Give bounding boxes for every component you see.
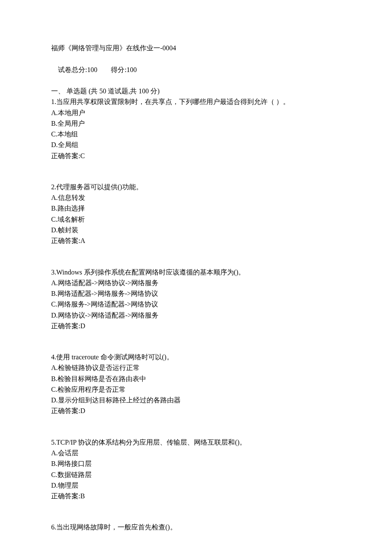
question-stem: 1.当应用共享权限设置限制时，在共享点，下列哪些用户最适合得到允许（ ）。 <box>51 96 392 107</box>
question-option: A.本地用户 <box>51 107 392 118</box>
question-option: D.物理层 <box>51 480 392 491</box>
total-value: 100 <box>87 66 97 73</box>
question-option: A.检验链路协议是否运行正常 <box>51 362 392 373</box>
question-stem: 4.使用 traceroute 命令测试网络时可以()。 <box>51 352 392 362</box>
question-option: D.网络协议->网络适配器->网络服务 <box>51 310 392 321</box>
question-answer: 正确答案:D <box>51 321 392 331</box>
question-option: D.帧封装 <box>51 225 392 235</box>
question-option: C.网络服务->网络适配器->网络协议 <box>51 299 392 309</box>
question-option: B.网络接口层 <box>51 458 392 469</box>
question-option: C.数据链路层 <box>51 469 392 480</box>
question-option: A.会话层 <box>51 448 392 458</box>
question-option: C.检验应用程序是否正常 <box>51 384 392 395</box>
question-block: 4.使用 traceroute 命令测试网络时可以()。A.检验链路协议是否运行… <box>51 352 392 416</box>
question-option: B.全局用户 <box>51 118 392 129</box>
doc-title: 福师《网络管理与应用》在线作业一-0004 <box>51 43 392 53</box>
question-stem: 5.TCP/IP 协议的体系结构分为应用层、传输层、网络互联层和()。 <box>51 437 392 448</box>
question-answer: 正确答案:C <box>51 150 392 161</box>
question-option: B.检验目标网络是否在路由表中 <box>51 373 392 384</box>
question-answer: 正确答案:A <box>51 235 392 246</box>
score-value: 100 <box>127 66 137 73</box>
question-option: D.显示分组到达目标路径上经过的各路由器 <box>51 395 392 405</box>
question-stem: 3.Windows 系列操作系统在配置网络时应该遵循的基本顺序为()。 <box>51 267 392 278</box>
question-answer: 正确答案:B <box>51 491 392 501</box>
question-answer: 正确答案:D <box>51 405 392 416</box>
question-block: 2.代理服务器可以提供()功能。A.信息转发B.路由选择C.域名解析D.帧封装正… <box>51 182 392 246</box>
question-option: B.路由选择 <box>51 203 392 214</box>
score-line: 试卷总分:100 得分:100 <box>51 53 392 86</box>
question-block: 3.Windows 系列操作系统在配置网络时应该遵循的基本顺序为()。A.网络适… <box>51 267 392 332</box>
question-option: C.本地组 <box>51 129 392 139</box>
total-label: 试卷总分: <box>58 66 87 73</box>
question-block: 5.TCP/IP 协议的体系结构分为应用层、传输层、网络互联层和()。A.会话层… <box>51 437 392 502</box>
question-option: B.网络适配器->网络服务->网络协议 <box>51 288 392 299</box>
question-option: C.域名解析 <box>51 214 392 225</box>
score-gap <box>97 66 111 73</box>
question-option: D.全局组 <box>51 139 392 150</box>
question-block: 1.当应用共享权限设置限制时，在共享点，下列哪些用户最适合得到允许（ ）。A.本… <box>51 96 392 161</box>
question-option: A.信息转发 <box>51 192 392 203</box>
question-option: A.网络适配器->网络协议->网络服务 <box>51 278 392 288</box>
section-heading: 一、 单选题 (共 50 道试题,共 100 分) <box>51 86 392 96</box>
score-label: 得分: <box>111 66 126 73</box>
question-stem: 2.代理服务器可以提供()功能。 <box>51 182 392 192</box>
question-block: 6.当出现网络故障时，一般应首先检查()。 <box>51 522 392 532</box>
question-stem: 6.当出现网络故障时，一般应首先检查()。 <box>51 522 392 532</box>
